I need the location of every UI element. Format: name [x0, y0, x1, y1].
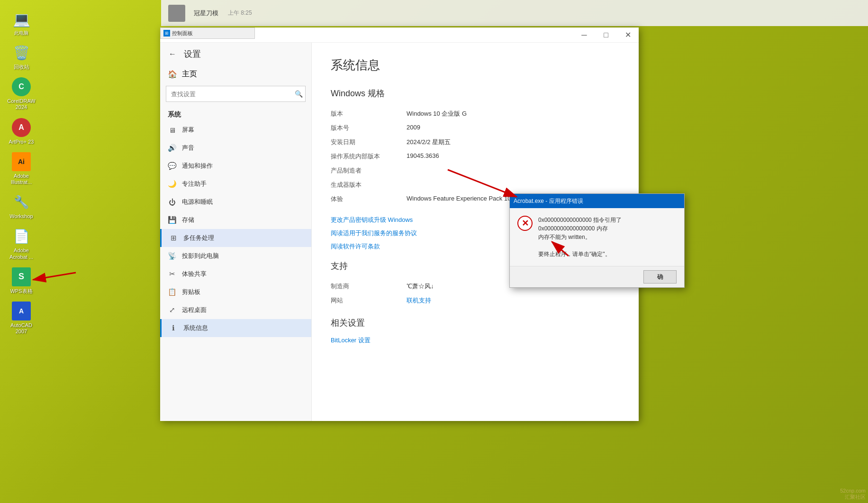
error-icon: ✕ [517, 216, 533, 231]
settings-window-title: 设置 [184, 48, 201, 60]
chat-area: 冠星刀模 上午 8:25 [161, 0, 868, 26]
ok-button[interactable]: 确 [643, 270, 677, 284]
nav-item-sysinfo-label: 系统信息 [183, 324, 208, 332]
recycle-label: 回收站 [14, 64, 29, 70]
nav-item-focus[interactable]: 🌙 专注助手 [160, 175, 311, 193]
field-label-oem: 产品制造者 [331, 164, 407, 178]
field-label-os-build: 操作系统内部版本 [331, 149, 407, 164]
sound-icon: 🔊 [168, 144, 176, 152]
error-titlebar: Acrobat.exe - 应用程序错误 [510, 194, 684, 208]
windows-specs-title: Windows 规格 [331, 88, 620, 99]
workshop-icon: 🔧 [12, 192, 31, 211]
chat-name: 冠星刀模 [194, 9, 218, 18]
link-bitlocker[interactable]: BitLocker 设置 [331, 336, 620, 345]
multitask-icon: ⊞ [169, 234, 178, 242]
support-label-website: 网站 [331, 293, 407, 308]
icon-acrobat[interactable]: 📄 AdobeAcrobat ... [2, 227, 40, 260]
desktop: 冠星刀模 上午 8:25 ⊞ 控制面板 💻 此电脑 🗑️ 回收站 C Corel… [0, 0, 868, 503]
system-section-label: 系统 [160, 105, 311, 121]
error-body: ✕ 0x000000000000000 指令引用了 0x000000000000… [510, 208, 684, 266]
error-instruction: 要终止程序，请单击"确定"。 [538, 251, 611, 257]
icon-thispc[interactable]: 💻 此电脑 [2, 9, 40, 36]
settings-sidebar: ← 设置 🏠 主页 🔍 系统 🖥 屏幕 🔊 [160, 43, 312, 421]
thispc-label: 此电脑 [14, 30, 28, 36]
nav-item-clipboard[interactable]: 📋 剪贴板 [160, 283, 311, 301]
remote-icon: ⤢ [168, 306, 176, 314]
field-label-builder-ver: 生成器版本 [331, 178, 407, 192]
nav-item-sound-label: 声音 [182, 144, 194, 152]
search-icon[interactable]: 🔍 [295, 90, 303, 98]
cp-title: 控制面板 [172, 30, 193, 37]
nav-item-notifications-label: 通知和操作 [182, 162, 213, 170]
illustrator-label: AdobeIllustrat... [11, 173, 32, 185]
field-value-builder-ver [407, 178, 620, 192]
nav-item-remote-label: 远程桌面 [182, 306, 207, 314]
nav-item-project-label: 投影到此电脑 [182, 252, 219, 260]
error-dialog: Acrobat.exe - 应用程序错误 ✕ 0x000000000000000… [509, 193, 685, 288]
search-input[interactable] [166, 86, 306, 102]
home-label: 主页 [182, 69, 197, 79]
watermark: 52cnp.com 汇聚社区 [840, 488, 866, 501]
minimize-button[interactable]: ─ [573, 27, 595, 43]
home-nav-item[interactable]: 🏠 主页 [160, 65, 311, 83]
illustrator-icon: Ai [12, 152, 31, 171]
display-icon: 🖥 [168, 126, 176, 134]
nav-item-sysinfo[interactable]: ℹ 系统信息 [160, 319, 311, 337]
home-icon: 🏠 [168, 70, 177, 79]
window-controls: ─ □ ✕ [573, 27, 639, 43]
coreldraw-label: CorelDRAW2024 [7, 98, 36, 110]
page-title: 系统信息 [331, 57, 620, 73]
error-message-line1: 0x000000000000000 指令引用了 0x00000000000000… [538, 217, 622, 232]
nav-item-project[interactable]: 📡 投影到此电脑 [160, 247, 311, 265]
recycle-icon: 🗑️ [12, 43, 31, 62]
icon-wps[interactable]: S WPS表格 [2, 267, 40, 294]
error-title-text: Acrobat.exe - 应用程序错误 [514, 197, 680, 205]
coreldraw-icon: C [12, 77, 31, 96]
nav-item-power[interactable]: ⏻ 电源和睡眠 [160, 193, 311, 211]
cp-icon: ⊞ [163, 30, 170, 37]
clipboard-icon: 📋 [168, 288, 176, 296]
nav-item-notifications[interactable]: 💬 通知和操作 [160, 157, 311, 175]
field-label-version: 版本 [331, 107, 407, 121]
field-value-version: Windows 10 企业版 G [407, 107, 620, 121]
field-value-build: 2009 [407, 121, 620, 135]
workshop-label: Workshop [9, 213, 33, 219]
related-settings-title: 相关设置 [331, 317, 620, 329]
icon-workshop[interactable]: 🔧 Workshop [2, 192, 40, 219]
nav-top: ← 设置 [160, 43, 311, 65]
wps-label: WPS表格 [10, 288, 32, 294]
icon-artpro[interactable]: A ArtPro+ 23 [2, 118, 40, 145]
notifications-icon: 💬 [168, 162, 176, 170]
wps-icon: S [12, 267, 31, 286]
nav-item-focus-label: 专注助手 [182, 180, 207, 188]
nav-item-sound[interactable]: 🔊 声音 [160, 139, 311, 157]
field-label-build: 版本号 [331, 121, 407, 135]
icon-recycle[interactable]: 🗑️ 回收站 [2, 43, 40, 70]
nav-item-storage[interactable]: 💾 存储 [160, 211, 311, 229]
acrobat-label: AdobeAcrobat ... [9, 247, 33, 260]
maximize-button[interactable]: □ [595, 27, 617, 43]
autocad-icon: A [12, 302, 31, 320]
control-panel-titlebar: ⊞ 控制面板 [160, 27, 255, 39]
search-box: 🔍 [166, 86, 306, 102]
windows-specs-table: 版本 Windows 10 企业版 G 版本号 2009 安装日期 2024/2… [331, 107, 620, 206]
icon-autocad[interactable]: A AutoCAD2007 [2, 302, 40, 335]
field-value-oem [407, 164, 620, 178]
field-label-experience: 体验 [331, 192, 407, 206]
sysinfo-icon: ℹ [169, 324, 178, 332]
autocad-label: AutoCAD2007 [10, 322, 32, 335]
nav-item-share[interactable]: ✂ 体验共享 [160, 265, 311, 283]
watermark-text2: 汇聚社区 [840, 494, 866, 501]
nav-item-display[interactable]: 🖥 屏幕 [160, 121, 311, 139]
icon-illustrator[interactable]: Ai AdobeIllustrat... [2, 152, 40, 185]
nav-item-clipboard-label: 剪贴板 [182, 288, 200, 296]
back-button[interactable]: ← [166, 47, 179, 61]
storage-icon: 💾 [168, 216, 176, 224]
icon-coreldraw[interactable]: C CorelDRAW2024 [2, 77, 40, 110]
share-icon: ✂ [168, 270, 176, 278]
close-button[interactable]: ✕ [617, 27, 639, 43]
chat-time: 上午 8:25 [228, 9, 252, 17]
link-online-support[interactable]: 联机支持 [407, 297, 431, 304]
nav-item-remote[interactable]: ⤢ 远程桌面 [160, 301, 311, 319]
nav-item-multitask[interactable]: ⊞ 多任务处理 [160, 229, 311, 247]
